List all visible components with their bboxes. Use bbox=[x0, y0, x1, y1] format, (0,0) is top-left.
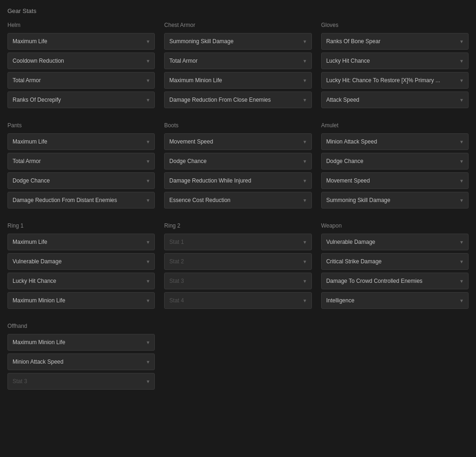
section-weapon: WeaponVulnerable Damage▼Critical Strike … bbox=[321, 222, 469, 312]
dropdown-wrapper-ring2-3: Stat 4▼ bbox=[164, 292, 311, 309]
stat-select-boots-0[interactable]: Movement Speed bbox=[164, 133, 311, 150]
stat-select-ring1-3[interactable]: Maximum Minion Life bbox=[7, 292, 155, 309]
stat-select-helm-1[interactable]: Cooldown Reduction bbox=[7, 52, 155, 69]
dropdown-wrapper-ring2-0: Stat 1▼ bbox=[164, 234, 311, 250]
dropdown-wrapper-chest-armor-3: Damage Reduction From Close Enemies▼ bbox=[164, 91, 311, 108]
stat-select-pants-1[interactable]: Total Armor bbox=[7, 153, 155, 170]
stat-select-gloves-3[interactable]: Attack Speed bbox=[321, 91, 469, 108]
stat-select-weapon-3[interactable]: Intelligence bbox=[321, 292, 469, 309]
dropdown-wrapper-weapon-0: Vulnerable Damage▼ bbox=[321, 234, 469, 250]
dropdown-wrapper-pants-0: Maximum Life▼ bbox=[7, 133, 155, 150]
dropdown-wrapper-offhand-1: Minion Attack Speed▼ bbox=[7, 353, 155, 370]
section-label-gloves: Gloves bbox=[321, 22, 469, 28]
gear-grid: HelmMaximum Life▼Cooldown Reduction▼Tota… bbox=[7, 22, 469, 392]
stat-select-ring2-2[interactable]: Stat 3 bbox=[164, 273, 311, 289]
dropdown-wrapper-amulet-2: Movement Speed▼ bbox=[321, 172, 469, 189]
section-label-weapon: Weapon bbox=[321, 222, 469, 229]
dropdown-wrapper-pants-2: Dodge Chance▼ bbox=[7, 172, 155, 189]
stat-select-weapon-2[interactable]: Damage To Crowd Controlled Enemies bbox=[321, 273, 469, 289]
section-helm: HelmMaximum Life▼Cooldown Reduction▼Tota… bbox=[7, 22, 155, 111]
stat-select-boots-3[interactable]: Essence Cost Reduction bbox=[164, 192, 311, 209]
stat-select-pants-0[interactable]: Maximum Life bbox=[7, 133, 155, 150]
stat-select-gloves-2[interactable]: Lucky Hit: Chance To Restore [X]% Primar… bbox=[321, 72, 469, 89]
dropdown-wrapper-ring1-2: Lucky Hit Chance▼ bbox=[7, 273, 155, 289]
stat-select-ring1-0[interactable]: Maximum Life bbox=[7, 234, 155, 250]
dropdown-wrapper-gloves-2: Lucky Hit: Chance To Restore [X]% Primar… bbox=[321, 72, 469, 89]
stat-select-helm-3[interactable]: Ranks Of Decrepify bbox=[7, 91, 155, 108]
section-label-helm: Helm bbox=[7, 22, 155, 28]
stat-select-weapon-1[interactable]: Critical Strike Damage bbox=[321, 253, 469, 270]
stat-select-chest-armor-3[interactable]: Damage Reduction From Close Enemies bbox=[164, 91, 311, 108]
stat-select-gloves-1[interactable]: Lucky Hit Chance bbox=[321, 52, 469, 69]
stat-select-amulet-3[interactable]: Summoning Skill Damage bbox=[321, 192, 469, 209]
stat-select-pants-3[interactable]: Damage Reduction From Distant Enemies bbox=[7, 192, 155, 209]
stat-select-amulet-0[interactable]: Minion Attack Speed bbox=[321, 133, 469, 150]
section-offhand: OffhandMaximum Minion Life▼Minion Attack… bbox=[7, 323, 155, 392]
stat-select-amulet-1[interactable]: Dodge Chance bbox=[321, 153, 469, 170]
section-ring2: Ring 2Stat 1▼Stat 2▼Stat 3▼Stat 4▼ bbox=[164, 222, 311, 312]
section-label-ring2: Ring 2 bbox=[164, 222, 311, 229]
stat-select-ring1-2[interactable]: Lucky Hit Chance bbox=[7, 273, 155, 289]
stat-select-weapon-0[interactable]: Vulnerable Damage bbox=[321, 234, 469, 250]
stat-select-gloves-0[interactable]: Ranks Of Bone Spear bbox=[321, 33, 469, 50]
dropdown-wrapper-gloves-1: Lucky Hit Chance▼ bbox=[321, 52, 469, 69]
stat-select-helm-0[interactable]: Maximum Life bbox=[7, 33, 155, 50]
dropdown-wrapper-chest-armor-0: Summoning Skill Damage▼ bbox=[164, 33, 311, 50]
section-label-chest-armor: Chest Armor bbox=[164, 22, 311, 28]
section-boots: BootsMovement Speed▼Dodge Chance▼Damage … bbox=[164, 122, 311, 211]
stat-select-amulet-2[interactable]: Movement Speed bbox=[321, 172, 469, 189]
dropdown-wrapper-amulet-1: Dodge Chance▼ bbox=[321, 153, 469, 170]
stat-select-chest-armor-0[interactable]: Summoning Skill Damage bbox=[164, 33, 311, 50]
dropdown-wrapper-boots-1: Dodge Chance▼ bbox=[164, 153, 311, 170]
dropdown-wrapper-ring2-1: Stat 2▼ bbox=[164, 253, 311, 270]
stat-select-boots-1[interactable]: Dodge Chance bbox=[164, 153, 311, 170]
dropdown-wrapper-boots-3: Essence Cost Reduction▼ bbox=[164, 192, 311, 209]
dropdown-wrapper-helm-1: Cooldown Reduction▼ bbox=[7, 52, 155, 69]
dropdown-wrapper-boots-2: Damage Reduction While Injured▼ bbox=[164, 172, 311, 189]
dropdown-wrapper-helm-3: Ranks Of Decrepify▼ bbox=[7, 91, 155, 108]
stat-select-ring1-1[interactable]: Vulnerable Damage bbox=[7, 253, 155, 270]
dropdown-wrapper-weapon-2: Damage To Crowd Controlled Enemies▼ bbox=[321, 273, 469, 289]
dropdown-wrapper-ring1-0: Maximum Life▼ bbox=[7, 234, 155, 250]
stat-select-chest-armor-2[interactable]: Maximum Minion Life bbox=[164, 72, 311, 89]
section-label-boots: Boots bbox=[164, 122, 311, 129]
section-label-ring1: Ring 1 bbox=[7, 222, 155, 229]
stat-select-ring2-1[interactable]: Stat 2 bbox=[164, 253, 311, 270]
section-gloves: GlovesRanks Of Bone Spear▼Lucky Hit Chan… bbox=[321, 22, 469, 111]
dropdown-wrapper-helm-2: Total Armor▼ bbox=[7, 72, 155, 89]
section-amulet: AmuletMinion Attack Speed▼Dodge Chance▼M… bbox=[321, 122, 469, 211]
dropdown-wrapper-offhand-2: Stat 3▼ bbox=[7, 373, 155, 390]
dropdown-wrapper-ring1-1: Vulnerable Damage▼ bbox=[7, 253, 155, 270]
dropdown-wrapper-chest-armor-1: Total Armor▼ bbox=[164, 52, 311, 69]
dropdown-wrapper-gloves-3: Attack Speed▼ bbox=[321, 91, 469, 108]
dropdown-wrapper-ring2-2: Stat 3▼ bbox=[164, 273, 311, 289]
section-label-amulet: Amulet bbox=[321, 122, 469, 129]
section-chest-armor: Chest ArmorSummoning Skill Damage▼Total … bbox=[164, 22, 311, 111]
section-ring1: Ring 1Maximum Life▼Vulnerable Damage▼Luc… bbox=[7, 222, 155, 312]
section-pants: PantsMaximum Life▼Total Armor▼Dodge Chan… bbox=[7, 122, 155, 211]
dropdown-wrapper-helm-0: Maximum Life▼ bbox=[7, 33, 155, 50]
dropdown-wrapper-amulet-3: Summoning Skill Damage▼ bbox=[321, 192, 469, 209]
dropdown-wrapper-gloves-0: Ranks Of Bone Spear▼ bbox=[321, 33, 469, 50]
stat-select-helm-2[interactable]: Total Armor bbox=[7, 72, 155, 89]
stat-select-offhand-2[interactable]: Stat 3 bbox=[7, 373, 155, 390]
section-label-pants: Pants bbox=[7, 122, 155, 129]
section-label-offhand: Offhand bbox=[7, 323, 155, 329]
dropdown-wrapper-boots-0: Movement Speed▼ bbox=[164, 133, 311, 150]
stat-select-ring2-0[interactable]: Stat 1 bbox=[164, 234, 311, 250]
dropdown-wrapper-pants-3: Damage Reduction From Distant Enemies▼ bbox=[7, 192, 155, 209]
dropdown-wrapper-offhand-0: Maximum Minion Life▼ bbox=[7, 334, 155, 351]
dropdown-wrapper-weapon-3: Intelligence▼ bbox=[321, 292, 469, 309]
stat-select-chest-armor-1[interactable]: Total Armor bbox=[164, 52, 311, 69]
page-title: Gear Stats bbox=[7, 7, 469, 14]
dropdown-wrapper-ring1-3: Maximum Minion Life▼ bbox=[7, 292, 155, 309]
stat-select-offhand-1[interactable]: Minion Attack Speed bbox=[7, 353, 155, 370]
stat-select-offhand-0[interactable]: Maximum Minion Life bbox=[7, 334, 155, 351]
dropdown-wrapper-pants-1: Total Armor▼ bbox=[7, 153, 155, 170]
stat-select-boots-2[interactable]: Damage Reduction While Injured bbox=[164, 172, 311, 189]
stat-select-ring2-3[interactable]: Stat 4 bbox=[164, 292, 311, 309]
dropdown-wrapper-chest-armor-2: Maximum Minion Life▼ bbox=[164, 72, 311, 89]
dropdown-wrapper-amulet-0: Minion Attack Speed▼ bbox=[321, 133, 469, 150]
dropdown-wrapper-weapon-1: Critical Strike Damage▼ bbox=[321, 253, 469, 270]
stat-select-pants-2[interactable]: Dodge Chance bbox=[7, 172, 155, 189]
